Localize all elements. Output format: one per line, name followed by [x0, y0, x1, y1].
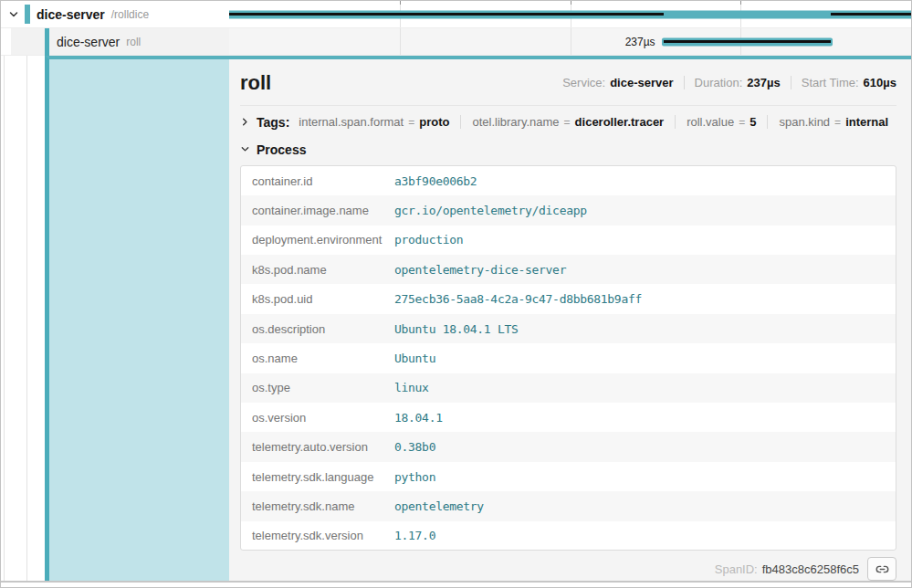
tag-value: internal	[845, 115, 888, 129]
attribute-value: a3bf90e006b2	[394, 174, 477, 188]
attribute-key: container.id	[241, 174, 394, 188]
span-detail-section: roll Service: dice-server Duration: 237µ…	[1, 56, 911, 583]
span-bar-roll[interactable]	[662, 37, 833, 46]
tag-equals: =	[408, 116, 414, 129]
table-row: os.type linux	[241, 373, 896, 403]
tags-summary-row[interactable]: Tags: internal.span.format = proto otel.…	[240, 115, 896, 130]
tag-key: roll.value	[687, 115, 734, 129]
table-row: telemetry.sdk.language python	[241, 462, 896, 491]
tag-key: span.kind	[779, 115, 830, 129]
attribute-key: os.description	[241, 322, 394, 336]
process-attributes-table: container.id a3bf90e006b2 container.imag…	[240, 165, 896, 551]
tag-key: otel.library.name	[472, 115, 559, 129]
table-row: deployment.environment production	[241, 226, 896, 255]
tag-value: diceroller.tracer	[575, 115, 665, 129]
tag-item: internal.span.format = proto	[299, 115, 449, 129]
service-value: dice-server	[610, 76, 673, 89]
table-row: os.version 18.04.1	[241, 403, 896, 432]
chevron-down-icon[interactable]	[8, 9, 19, 20]
table-row: k8s.pod.name opentelemetry-dice-server	[241, 255, 896, 284]
tree-indent-guides	[1, 56, 45, 581]
ruler-tick	[400, 1, 401, 5]
attribute-value: opentelemetry-dice-server	[394, 263, 566, 277]
attribute-value: 1.17.0	[394, 529, 435, 542]
tags-label: Tags:	[257, 115, 289, 130]
attribute-value: production	[394, 233, 463, 247]
attribute-value: Ubuntu	[394, 352, 435, 365]
tag-key: internal.span.format	[299, 115, 404, 129]
attribute-value: python	[394, 470, 435, 484]
span-bar-rolldice[interactable]	[229, 10, 911, 18]
operation-name: roll	[126, 36, 141, 48]
service-color-bar	[25, 5, 30, 24]
tag-divider	[675, 115, 676, 129]
service-name: dice-server	[37, 7, 105, 22]
copy-link-button[interactable]	[867, 557, 896, 581]
chevron-right-icon[interactable]	[240, 117, 250, 127]
grid-line	[571, 28, 571, 55]
selected-span-highlight	[45, 56, 229, 581]
table-row: k8s.pod.uid 275ecb36-5aa8-4c2a-9c47-d8bb…	[241, 284, 896, 313]
table-row: os.name Ubuntu	[241, 343, 896, 373]
critical-path-segment	[831, 13, 911, 16]
critical-path-segment	[664, 40, 831, 43]
table-row: telemetry.auto.version 0.38b0	[241, 432, 896, 461]
tag-equals: =	[739, 116, 745, 129]
attribute-key: telemetry.sdk.language	[241, 470, 394, 484]
span-row-roll: dice-server roll 237µs	[1, 28, 911, 56]
attribute-value: 0.38b0	[394, 440, 435, 454]
span-timeline-cell-roll: 237µs	[229, 28, 911, 56]
chevron-down-icon[interactable]	[240, 144, 250, 154]
tag-equals: =	[834, 116, 841, 129]
start-time-label: Start Time:	[802, 76, 859, 89]
table-row: os.description Ubuntu 18.04.1 LTS	[241, 314, 896, 343]
attribute-key: os.type	[241, 381, 394, 394]
attribute-key: os.version	[241, 411, 394, 425]
service-name: dice-server	[57, 35, 120, 49]
meta-divider	[684, 76, 685, 89]
span-timeline-cell-rolldice	[229, 1, 911, 28]
span-detail-header: roll Service: dice-server Duration: 237µ…	[240, 69, 896, 97]
service-label: Service:	[562, 76, 605, 89]
operation-name: /rolldice	[111, 8, 149, 21]
header-divider	[240, 105, 896, 106]
tag-equals: =	[564, 116, 571, 129]
span-duration-label: 237µs	[625, 36, 659, 48]
trace-detail-view: dice-server /rolldice dice-server roll	[0, 0, 912, 588]
ruler-tick	[571, 1, 571, 5]
attribute-key: telemetry.sdk.name	[241, 499, 394, 513]
span-row-rolldice: dice-server /rolldice	[1, 1, 911, 28]
span-id-label: SpanID:	[715, 562, 758, 576]
attribute-key: deployment.environment	[241, 233, 394, 247]
start-time-value: 610µs	[864, 76, 896, 89]
table-row: telemetry.sdk.version 1.17.0	[241, 521, 896, 551]
process-section-header[interactable]: Process	[240, 142, 896, 157]
span-name-cell-roll[interactable]: dice-server roll	[1, 28, 229, 56]
tag-item: roll.value = 5	[687, 115, 756, 129]
attribute-value: gcr.io/opentelemetry/diceapp	[394, 204, 587, 217]
span-meta: Service: dice-server Duration: 237µs Sta…	[562, 76, 896, 89]
process-label: Process	[257, 142, 306, 157]
tag-value: proto	[419, 115, 449, 129]
grid-line	[400, 28, 401, 55]
tag-divider	[460, 115, 461, 129]
attribute-key: telemetry.auto.version	[241, 440, 394, 454]
span-detail-footer: SpanID: fb483c8c6258f6c5	[240, 557, 896, 581]
indent-guide-line	[26, 56, 27, 581]
tag-item: span.kind = internal	[779, 115, 888, 129]
attribute-value: 275ecb36-5aa8-4c2a-9c47-d8bb681b9aff	[394, 292, 642, 306]
critical-path-segment	[229, 13, 664, 16]
span-name-cell-rolldice[interactable]: dice-server /rolldice	[1, 1, 229, 28]
span-title: roll	[240, 71, 271, 95]
attribute-key: k8s.pod.uid	[241, 292, 394, 306]
attribute-key: os.name	[241, 352, 394, 365]
meta-divider	[791, 76, 791, 89]
attribute-key: container.image.name	[241, 204, 394, 217]
attribute-value: opentelemetry	[394, 499, 484, 513]
attribute-value: linux	[394, 381, 429, 394]
tag-divider	[767, 115, 768, 129]
attribute-value: Ubuntu 18.04.1 LTS	[394, 322, 518, 336]
attribute-key: telemetry.sdk.version	[241, 529, 394, 542]
attribute-value: 18.04.1	[394, 411, 443, 425]
duration-value: 237µs	[747, 76, 780, 89]
